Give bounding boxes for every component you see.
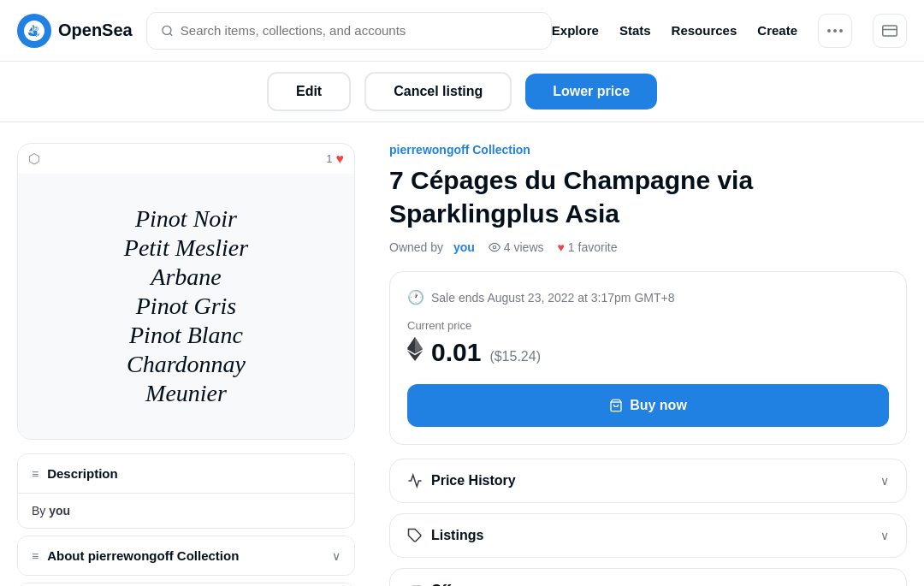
nft-line-1: Pinot Noir [124,205,248,233]
description-body: By you [18,493,354,528]
nft-card-header: ⬡ 1 ♥ [18,144,354,174]
sale-ends-text: Sale ends August 23, 2022 at 3:17pm GMT+… [431,291,674,305]
favorites-heart-icon: ♥ [558,240,565,254]
price-row: 0.01 ($15.24) [407,337,889,367]
description-section: ≡ Description By you [17,453,355,529]
nft-line-3: Arbane [124,263,248,291]
cancel-listing-button[interactable]: Cancel listing [364,72,512,111]
listings-title: Listings [407,528,483,543]
main-content: ⬡ 1 ♥ Pinot Noir Petit Meslier Arbane Pi… [0,122,924,586]
description-header[interactable]: ≡ Description [18,454,354,493]
owned-by-label: Owned by [389,240,443,254]
nav-links: Explore Stats Resources Create [552,14,907,48]
shopping-bag-icon [609,399,623,412]
svg-point-4 [493,246,496,249]
listings-label: Listings [431,528,483,543]
description-label: Description [47,466,118,481]
favorites-text: 1 favorite [568,240,618,254]
edit-button[interactable]: Edit [267,72,351,111]
nft-line-5: Pinot Blanc [124,322,248,349]
nav-resources[interactable]: Resources [672,23,737,38]
listings-section: Listings ∨ [389,513,907,558]
price-history-section: Price History ∨ [389,459,907,503]
logo[interactable]: OpenSea [17,14,133,48]
price-history-header[interactable]: Price History ∨ [390,459,906,502]
nav-explore[interactable]: Explore [552,23,599,38]
description-title: ≡ Description [32,466,118,481]
more-options-icon[interactable] [818,14,852,48]
offers-label: Offers [431,583,471,586]
views-text: 4 views [504,240,544,254]
price-value: 0.01 [431,338,481,367]
description-icon: ≡ [32,467,38,481]
nft-line-4: Pinot Gris [124,293,248,320]
dots-icon [827,29,843,33]
buy-now-label: Buy now [630,398,687,413]
nav-stats[interactable]: Stats [619,23,651,38]
sale-ends: 🕐 Sale ends August 23, 2022 at 3:17pm GM… [407,289,889,305]
current-price-label: Current price [407,319,889,332]
listings-header[interactable]: Listings ∨ [390,514,906,557]
about-title: ≡ About pierrewongoff Collection [32,548,239,563]
search-input[interactable] [181,23,537,38]
listings-chevron-icon: ∨ [880,529,889,542]
svg-line-1 [169,33,172,35]
chart-icon [407,473,423,488]
offers-section: Offers ∨ [389,568,907,586]
nav-create[interactable]: Create [757,23,797,38]
svg-point-0 [163,26,171,34]
owner-link[interactable]: you [453,240,475,254]
wallet-icon[interactable] [873,14,907,48]
buy-now-button[interactable]: Buy now [407,384,889,427]
left-panel: ⬡ 1 ♥ Pinot Noir Petit Meslier Arbane Pi… [17,143,355,586]
about-label: About pierrewongoff Collection [47,548,239,563]
offers-title: Offers [407,583,471,586]
eye-icon [489,241,500,253]
clock-icon: 🕐 [407,289,424,305]
fav-count: 1 [326,152,332,165]
action-bar: Edit Cancel listing Lower price [0,62,924,122]
about-chevron-icon: ∨ [332,549,341,563]
about-section: ≡ About pierrewongoff Collection ∨ [17,536,355,576]
lower-price-button[interactable]: Lower price [525,74,657,110]
favorites-item: ♥ 1 favorite [558,240,618,254]
about-header[interactable]: ≡ About pierrewongoff Collection ∨ [18,536,354,575]
eth-price-icon [407,337,423,361]
navbar: OpenSea Explore Stats Resources Create [0,0,924,62]
brand-name: OpenSea [58,21,133,40]
nft-title: 7 Cépages du Champagne via Sparklingplus… [389,163,907,230]
search-icon [161,24,174,38]
heart-icon[interactable]: ♥ [336,151,345,167]
nft-line-6: Chardonnay [124,351,248,378]
owned-by: Owned by you [389,240,475,254]
details-section: ⊞ Details ∨ [17,583,355,586]
search-bar[interactable] [146,12,552,50]
opensea-logo-icon [17,14,51,48]
tag-icon [407,528,423,543]
views-item: 4 views [489,240,544,254]
meta-row: Owned by you 4 views ♥ 1 favorite [389,240,907,254]
collection-link[interactable]: pierrewongoff Collection [389,143,907,157]
svg-rect-2 [883,26,897,36]
nft-line-7: Meunier [124,380,248,407]
nft-image: Pinot Noir Petit Meslier Arbane Pinot Gr… [18,174,354,439]
right-panel: pierrewongoff Collection 7 Cépages du Ch… [355,143,907,586]
nft-line-2: Petit Meslier [124,234,248,262]
price-history-title: Price History [407,473,516,488]
price-history-chevron-icon: ∨ [880,474,889,488]
price-usd: ($15.24) [489,349,541,364]
about-icon: ≡ [32,549,38,563]
offers-header[interactable]: Offers ∨ [390,569,906,586]
price-card: 🕐 Sale ends August 23, 2022 at 3:17pm GM… [389,271,907,445]
price-history-label: Price History [431,473,516,488]
fav-section: 1 ♥ [326,151,344,167]
ethereum-icon: ⬡ [28,151,40,167]
nft-card: ⬡ 1 ♥ Pinot Noir Petit Meslier Arbane Pi… [17,143,355,440]
description-owner[interactable]: you [49,504,70,518]
offers-icon [407,583,423,586]
nft-text-art: Pinot Noir Petit Meslier Arbane Pinot Gr… [124,204,248,409]
